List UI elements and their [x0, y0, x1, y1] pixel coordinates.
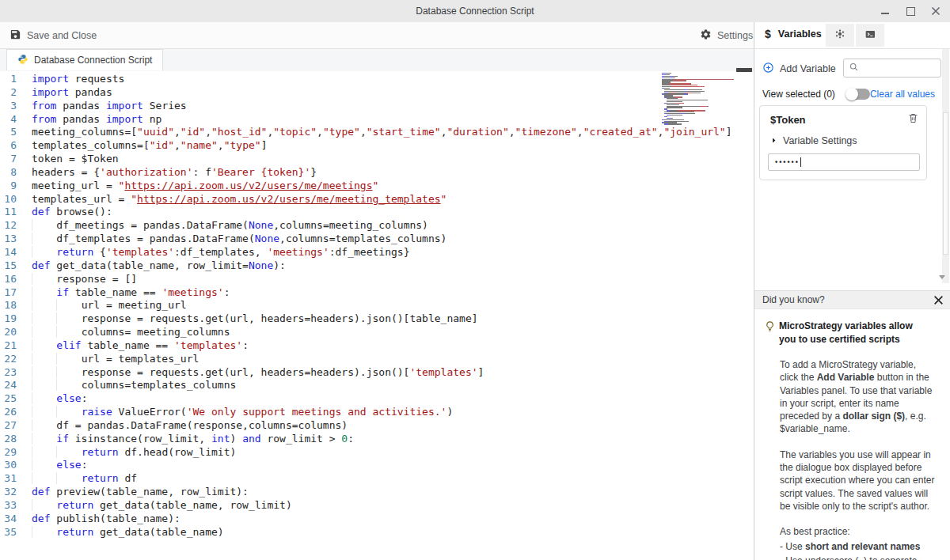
settings-button[interactable]: Settings	[700, 28, 753, 43]
code-line: token = $Token	[32, 153, 754, 166]
code-editor[interactable]: 1234567891011121314151617181920212223242…	[0, 71, 754, 560]
code-line: meeting_columns=["uuid","id","host_id","…	[32, 126, 754, 139]
line-number: 19	[0, 312, 17, 326]
did-you-know-panel: Did you know? MicroStrategy variables al…	[754, 290, 950, 560]
settings-label: Settings	[717, 30, 753, 41]
line-number: 23	[0, 366, 17, 380]
line-number: 6	[0, 139, 17, 153]
code-line: elif table_name == 'templates':	[32, 339, 754, 353]
tab-label: Database Connection Script	[34, 55, 152, 66]
code-line: raise ValueError('We only support meetin…	[32, 406, 754, 419]
code-line: from pandas import Series	[32, 100, 754, 113]
variable-settings-expander[interactable]: Variable Settings	[770, 135, 857, 146]
line-number: 9	[0, 180, 17, 193]
line-number: 4	[0, 113, 17, 127]
panel-scrollbar-thumb[interactable]	[943, 112, 948, 255]
scroll-down-arrow-icon[interactable]	[939, 275, 945, 279]
masked-value: ••••••	[775, 158, 800, 166]
search-input[interactable]	[863, 62, 937, 74]
panel-scrollbar-track[interactable]	[942, 49, 949, 283]
line-number: 11	[0, 206, 17, 219]
console-icon	[864, 28, 876, 44]
line-number: 18	[0, 299, 17, 312]
delete-variable-icon[interactable]	[907, 112, 919, 124]
code-line: response = requests.get(url, headers=hea…	[32, 366, 754, 380]
tab-variables[interactable]: $ Variables	[765, 28, 822, 40]
tip-title: MicroStrategy variables allow you to use…	[779, 320, 929, 346]
line-number: 32	[0, 486, 17, 499]
view-selected-toggle[interactable]	[846, 89, 870, 100]
line-number: 14	[0, 246, 17, 259]
code-line: def preview(table_name, row_limit):	[32, 486, 754, 499]
code-line: templates_columns=["id","name","type"]	[32, 139, 754, 153]
tip-paragraph: The variables you use will appear in the…	[780, 448, 935, 513]
line-number: 26	[0, 406, 17, 419]
tab-console[interactable]	[856, 24, 884, 47]
right-panel-header: $ Variables	[754, 22, 950, 49]
variable-name: $Token	[770, 114, 806, 126]
line-number: 3	[0, 100, 17, 113]
line-number: 33	[0, 499, 17, 513]
code-line: else:	[32, 459, 754, 472]
code-line: response = requests.get(url, headers=hea…	[32, 312, 754, 326]
code-line: headers = {'authorization': f'Bearer {to…	[32, 166, 754, 180]
app-window: Database Connection Script Save and Clos…	[0, 0, 950, 560]
code-line: columns= meeting_columns	[32, 326, 754, 339]
code-lines: import requestsimport pandasfrom pandas …	[21, 73, 754, 539]
lightbulb-icon	[764, 320, 776, 346]
code-line: return df.head(row_limit)	[32, 446, 754, 460]
line-number: 17	[0, 286, 17, 300]
line-number: 15	[0, 259, 17, 273]
maximize-icon[interactable]	[906, 6, 915, 16]
variable-value-input[interactable]: ••••••	[768, 153, 920, 171]
line-number: 24	[0, 379, 17, 392]
code-line: if isinstance(row_limit, int) and row_li…	[32, 433, 754, 446]
line-number: 16	[0, 273, 17, 286]
code-line: response = []	[32, 273, 754, 286]
code-line: meeting_url = "https://api.zoom.us/v2/us…	[32, 180, 754, 193]
code-line: return get_data(table_name, row_limit)	[32, 499, 754, 513]
code-line: def browse():	[32, 206, 754, 219]
tip-paragraph: To add a MicroStrategy variable, click t…	[780, 358, 935, 436]
line-number: 2	[0, 86, 17, 100]
code-line: from pandas import np	[32, 113, 754, 127]
did-you-know-close-icon[interactable]	[933, 295, 944, 305]
clear-all-values-link[interactable]: Clear all values	[870, 89, 935, 100]
packages-icon	[834, 28, 846, 44]
toggle-knob	[846, 88, 858, 100]
code-line: import requests	[32, 73, 754, 86]
view-selected-row: View selected (0) Clear all values	[762, 87, 943, 101]
add-variable-button[interactable]: Add Variable	[762, 62, 836, 76]
line-number: 29	[0, 446, 17, 460]
line-number: 30	[0, 459, 17, 472]
editor-tab-bar: Database Connection Script	[0, 49, 754, 71]
title-bar: Database Connection Script	[0, 0, 950, 23]
variable-card-token: $Token Variable Settings ••••••	[759, 105, 927, 180]
editor-scrollbar-thumb[interactable]	[736, 68, 752, 72]
window-title: Database Connection Script	[416, 6, 534, 17]
save-icon	[10, 28, 21, 43]
text-caret	[800, 157, 801, 167]
line-number: 13	[0, 233, 17, 246]
code-line: import pandas	[32, 86, 754, 100]
code-line: return df	[32, 472, 754, 486]
window-controls	[880, 0, 940, 22]
code-line: templates_url = "https://api.zoom.us/v2/…	[32, 193, 754, 206]
tab-packages[interactable]	[826, 24, 854, 47]
line-number: 28	[0, 433, 17, 446]
line-number: 1	[0, 73, 17, 86]
minimap[interactable]	[662, 73, 739, 125]
add-variable-label: Add Variable	[780, 63, 836, 74]
code-line: def get_data(table_name, row_limit=None)…	[32, 259, 754, 273]
tab-database-connection-script[interactable]: Database Connection Script	[6, 49, 163, 70]
code-line: url = templates_url	[32, 353, 754, 366]
save-and-close-button[interactable]: Save and Close	[10, 28, 97, 43]
line-number: 20	[0, 326, 17, 339]
close-icon[interactable]	[931, 6, 940, 16]
variable-search	[843, 59, 941, 78]
save-and-close-label: Save and Close	[27, 30, 97, 41]
code-line: return {'templates':df_templates, 'meeti…	[32, 246, 754, 259]
line-number: 25	[0, 392, 17, 406]
python-icon	[17, 54, 28, 67]
minimize-icon[interactable]	[880, 6, 890, 16]
